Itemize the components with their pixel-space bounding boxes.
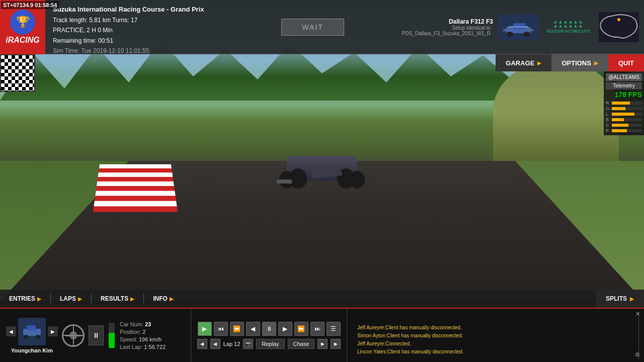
playback-section: ▶ ⏮ ⏪ ◀ ⏸ ▶ ⏩ ⏭ ☰ ◀ ◀ Lap 12 📷 Replay Ch… <box>191 309 347 362</box>
prev-lap-button-2[interactable]: ◀ <box>210 339 220 349</box>
options-arrow-icon: ▶ <box>594 60 598 66</box>
middle-buttons: GARAGE ▶ OPTIONS ▶ QUIT <box>496 54 644 71</box>
chat-msg-1: Simon Ayton:Client has manually disconne… <box>357 332 633 340</box>
car-info-right: Dallara F312 F3 Setup identical to PDS_D… <box>397 0 644 54</box>
next-cam-button[interactable]: ▶ <box>317 339 328 349</box>
camera-icon[interactable]: 📷 <box>243 339 253 349</box>
prev-lap-button[interactable]: ◀ <box>197 339 207 349</box>
car-thumbnail <box>498 15 538 40</box>
replay-button[interactable]: Replay <box>256 339 284 349</box>
chat-close-button[interactable]: ✕ <box>635 311 640 317</box>
bottom-tabs: ENTRIES ▶ LAPS ▶ RESULTS ▶ INFO ▶ SPLITS… <box>0 290 644 308</box>
tbar-b: B <box>606 117 642 122</box>
track-map-mini <box>599 12 639 42</box>
fast-forward-button[interactable]: ⏩ <box>294 322 308 336</box>
driver-name: Youngchan Kim <box>11 347 53 353</box>
playback-bottom-row: ◀ ◀ Lap 12 📷 Replay Chase ▶ ▶ <box>197 339 341 349</box>
playback-top-row: ▶ ⏮ ⏪ ◀ ⏸ ▶ ⏩ ⏭ ☰ <box>198 322 341 336</box>
fps-display: 178 FPS <box>606 90 642 99</box>
chat-settings-button[interactable]: ⚙ <box>635 351 640 358</box>
splits-arrow-icon: ▶ <box>630 296 634 302</box>
splits-tab[interactable]: SPLITS ▶ <box>596 290 644 308</box>
wait-button[interactable]: WAIT <box>281 19 344 36</box>
pause-playback-button[interactable]: ⏸ <box>262 322 276 336</box>
telemetry-label: Telemetry <box>606 82 642 89</box>
wait-button-area: WAIT <box>228 0 396 54</box>
tbar-g: G <box>606 106 642 111</box>
driver-prev-button[interactable]: ◀ <box>6 326 16 336</box>
results-arrow-icon: ▶ <box>130 296 134 302</box>
suzuka-text: SUZUKACIRCUIT <box>547 29 591 34</box>
tbar-c: C <box>606 123 642 128</box>
session-timer: ST+07134.9 01:58:54 <box>1 1 59 9</box>
entries-arrow-icon: ▶ <box>37 296 41 302</box>
suzuka-logo: SUZUKACIRCUIT <box>543 12 594 42</box>
chat-section: Jeff Aureyre:Client has manually disconn… <box>352 312 639 359</box>
sim-time: Sim Time: Tue 2019-12-10 11:01:55 <box>53 46 221 56</box>
right-panel: @ALLTEAMS Telemetry 178 FPS R G L B C P <box>604 71 644 135</box>
info-arrow-icon: ▶ <box>170 296 174 302</box>
svg-rect-10 <box>27 325 36 330</box>
tbar-r: R <box>606 101 642 106</box>
garage-button[interactable]: GARAGE ▶ <box>496 54 551 71</box>
tab-entries[interactable]: ENTRIES ▶ <box>0 290 50 308</box>
position-stat: Position: 2 <box>120 329 166 335</box>
skip-to-end-button[interactable]: ⏭ <box>310 322 325 336</box>
car-wheel-fr <box>350 171 365 189</box>
garage-arrow-icon: ▶ <box>537 60 541 66</box>
time-remaining: Remaining time: 00:51 <box>53 36 221 46</box>
session-info: Suzuka International Racing Course - Gra… <box>45 0 228 54</box>
svg-rect-4 <box>503 29 509 31</box>
slow-forward-button[interactable]: ▶ <box>278 322 292 336</box>
chase-button[interactable]: Chase <box>288 339 315 349</box>
checkered-flag-icon <box>0 54 35 92</box>
track-length: Track length: 5.81 km Turns: 17 <box>53 15 221 25</box>
at-allteams-label: @ALLTEAMS <box>606 73 642 81</box>
svg-point-3 <box>523 32 530 37</box>
driver-avatar <box>18 318 46 345</box>
last-lap-stat: Last Lap: 1:56.722 <box>120 344 166 350</box>
logo-figure <box>10 10 35 35</box>
lap-indicator: Lap 12 <box>223 341 240 347</box>
setup-name: PDS_Dallara_F3_Suzuka_20S1_W1_R <box>402 31 493 36</box>
svg-point-2 <box>506 32 513 37</box>
svg-rect-5 <box>527 29 533 31</box>
session-type: PRACTICE, 2 H 0 Min <box>53 25 221 35</box>
svg-point-12 <box>35 335 40 339</box>
options-button[interactable]: OPTIONS ▶ <box>551 54 608 71</box>
car-stats: Car Num: 23 Position: 2 Speed: 196 km/h … <box>120 321 166 350</box>
chat-msg-2: Jeff Aureyre:Connected. <box>357 340 633 348</box>
quit-button[interactable]: QUIT <box>608 54 644 71</box>
curb-left <box>93 164 178 212</box>
laps-arrow-icon: ▶ <box>78 296 82 302</box>
tab-laps[interactable]: LAPS ▶ <box>51 290 91 308</box>
bottom-hud: ◀ ▶ Youngchan Kim ⏸ <box>0 308 644 362</box>
tbar-p: P <box>606 128 642 133</box>
tbar-l: L <box>606 112 642 117</box>
setup-label: Setup identical to <box>402 25 493 31</box>
car-wing-front <box>277 179 292 184</box>
car-num-stat: Car Num: 23 <box>120 321 166 327</box>
track-name: Suzuka International Racing Course - Gra… <box>53 4 221 15</box>
logo-text: iRACING <box>6 36 40 45</box>
throttle-fill <box>109 333 115 348</box>
driver-next-button[interactable]: ▶ <box>48 326 58 336</box>
chat-msg-3: Lincon Yates:Client has manually disconn… <box>357 348 633 356</box>
rewind-button[interactable]: ⏪ <box>230 322 244 336</box>
slow-back-button[interactable]: ◀ <box>246 322 260 336</box>
menu-button[interactable]: ☰ <box>327 322 341 336</box>
speed-stat: Speed: 196 km/h <box>120 336 166 342</box>
next-cam-button-2[interactable]: ▶ <box>331 339 341 349</box>
skip-to-start-button[interactable]: ⏮ <box>214 322 228 336</box>
chat-msg-0: Jeff Aureyre:Client has manually disconn… <box>357 324 633 332</box>
pause-button[interactable]: ⏸ <box>89 325 104 345</box>
tab-info[interactable]: INFO ▶ <box>144 290 183 308</box>
chat-wrapper: ✕ ⚙ Jeff Aureyre:Client has manually dis… <box>347 309 644 362</box>
car-model-name: Dallara F312 F3 <box>402 18 493 25</box>
play-button[interactable]: ▶ <box>198 322 212 336</box>
tab-results[interactable]: RESULTS ▶ <box>92 290 143 308</box>
svg-point-11 <box>24 335 29 339</box>
hill-right <box>493 60 619 161</box>
svg-rect-6 <box>508 26 528 28</box>
throttle-bar <box>109 323 115 348</box>
